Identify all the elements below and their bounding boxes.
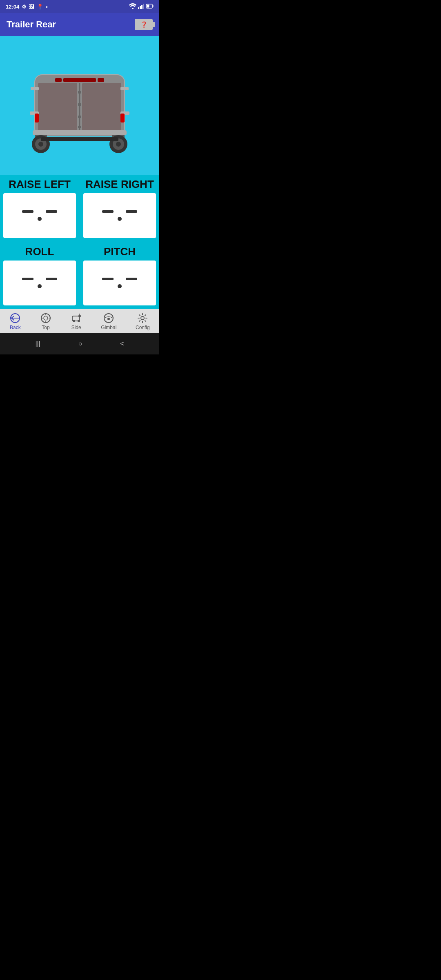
controls-grid: RAISE LEFT RAISE RIGHT [0,175,159,309]
help-icon: ❓ [140,21,147,28]
svg-rect-34 [78,126,81,128]
trailer-illustration [22,50,137,156]
battery-icon [146,4,154,10]
svg-rect-11 [98,78,104,82]
help-button[interactable]: ❓ [135,19,153,30]
roll-cell: ROLL [0,242,79,309]
svg-rect-31 [78,91,81,94]
nav-back[interactable]: Back [6,311,24,332]
svg-point-24 [38,142,43,147]
gauge-dot [118,284,122,288]
roll-gauge[interactable] [3,261,76,305]
trailer-image-area [0,36,159,175]
svg-rect-4 [143,4,144,9]
nav-config-label: Config [136,325,150,330]
nav-gimbal-label: Gimbal [101,325,116,330]
svg-rect-3 [141,5,143,9]
svg-rect-9 [63,78,96,82]
roll-dashes [22,278,57,280]
time-display: 12:04 [6,4,19,10]
raise-left-gauge[interactable] [3,193,76,238]
status-icons [129,3,154,10]
nav-top-label: Top [42,325,49,330]
svg-rect-30 [33,130,127,135]
dash-left [22,278,33,280]
raise-right-label: RAISE RIGHT [85,178,154,191]
pitch-gauge[interactable] [83,261,156,305]
svg-point-50 [141,316,144,320]
dot-indicator: • [46,4,48,10]
svg-rect-1 [138,7,139,9]
dash-left [102,278,114,280]
raise-left-dashes [22,210,57,213]
svg-rect-10 [55,78,62,82]
svg-point-45 [78,320,80,322]
svg-point-44 [73,320,75,322]
svg-rect-7 [147,4,149,7]
top-icon [40,312,51,324]
dash-left [22,210,33,213]
pitch-cell: PITCH [80,242,159,309]
raise-left-label: RAISE LEFT [9,178,71,191]
signal-icon [138,3,145,10]
dash-right [126,278,137,280]
settings-icon: ⚙ [22,4,27,10]
back-icon [9,312,21,324]
roll-label: ROLL [25,245,54,258]
svg-rect-33 [78,116,81,118]
gallery-icon: 🖼 [29,4,34,10]
gauge-dot [38,284,42,288]
nav-side-label: Side [71,325,81,330]
svg-point-46 [78,315,81,317]
svg-point-28 [116,142,121,147]
system-nav-bar: ||| ○ < [0,333,159,354]
main-content: RAISE LEFT RAISE RIGHT [0,36,159,309]
nav-back-label: Back [10,325,21,330]
raise-left-cell: RAISE LEFT [0,175,79,241]
gauge-dot [118,217,122,221]
side-icon [71,312,82,324]
raise-right-dashes [102,210,137,213]
back-button[interactable]: < [120,340,124,347]
page-title: Trailer Rear [7,19,56,30]
dash-left [102,210,114,213]
app-header: Trailer Rear ❓ [0,13,159,36]
pitch-dashes [102,278,137,280]
svg-rect-14 [82,83,121,132]
pitch-label: PITCH [104,245,136,258]
svg-rect-13 [38,83,77,132]
svg-rect-16 [120,87,129,90]
svg-rect-15 [31,87,39,90]
dash-right [46,278,57,280]
gimbal-icon [103,312,114,324]
status-left: 12:04 ⚙ 🖼 📍 • [6,4,48,10]
nav-config[interactable]: Config [132,311,153,332]
nav-side[interactable]: Side [67,311,85,332]
svg-rect-20 [120,114,125,122]
status-bar: 12:04 ⚙ 🖼 📍 • [0,0,159,13]
nav-gimbal[interactable]: Gimbal [98,311,120,332]
svg-rect-32 [78,103,81,106]
dash-right [126,210,137,213]
wifi-icon [129,3,136,10]
raise-right-cell: RAISE RIGHT [80,175,159,241]
gauge-dot [38,217,42,221]
home-button[interactable]: ○ [78,340,82,347]
svg-point-49 [107,318,110,320]
recents-button[interactable]: ||| [35,340,40,347]
svg-rect-6 [153,5,154,7]
bottom-nav: Back Top Side [0,309,159,333]
config-icon [137,312,148,324]
svg-rect-29 [41,137,118,141]
svg-rect-2 [140,6,141,9]
nav-top[interactable]: Top [37,311,55,332]
location-icon: 📍 [37,4,43,10]
svg-point-0 [132,8,134,9]
raise-right-gauge[interactable] [83,193,156,238]
svg-rect-19 [35,114,39,122]
svg-point-38 [44,316,48,320]
dash-right [46,210,57,213]
controls-area: RAISE LEFT RAISE RIGHT [0,175,159,309]
